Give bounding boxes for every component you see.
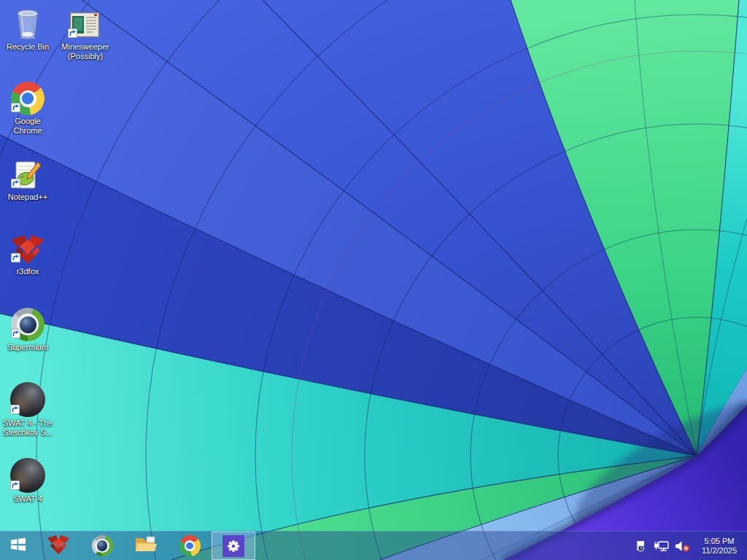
taskbar-chrome-button[interactable]	[168, 532, 212, 560]
supermium-icon	[0, 305, 55, 341]
action-center-flag-icon[interactable]	[635, 540, 648, 552]
shortcut-arrow-icon	[11, 328, 20, 341]
clock-time: 5:05 PM	[696, 537, 743, 546]
desktop-icon-recycle-bin[interactable]: Recycle Bin	[0, 4, 55, 52]
supermium-icon	[92, 535, 113, 556]
r3dfox-icon	[47, 534, 70, 558]
taskbar-supermium-button[interactable]	[80, 532, 124, 560]
desktop-icon-swat4[interactable]: SWAT 4	[0, 456, 55, 504]
taskbar-empty-area	[255, 532, 635, 560]
start-button[interactable]	[0, 532, 36, 560]
gear-icon	[225, 538, 241, 554]
shortcut-arrow-icon	[11, 178, 20, 191]
desktop-icon-google-chrome[interactable]: Google Chrome	[0, 79, 55, 136]
volume-muted-icon[interactable]	[675, 540, 690, 552]
taskbar-settings-button[interactable]	[212, 532, 255, 560]
desktop-icon-label: Recycle Bin	[1, 42, 55, 52]
file-explorer-icon	[134, 535, 158, 557]
windows-start-icon	[9, 537, 27, 554]
taskbar-clock[interactable]: 5:05 PM 11/2/2025	[696, 537, 743, 556]
shortcut-arrow-icon	[10, 480, 20, 493]
chrome-icon	[179, 535, 201, 556]
shortcut-arrow-icon	[11, 252, 20, 265]
notepad-plus-plus-icon	[0, 155, 55, 191]
recycle-bin-icon	[0, 4, 55, 41]
desktop-icon-label: SWAT 4	[1, 494, 55, 504]
minesweeper-icon	[56, 4, 115, 41]
desktop-icon-label: SWAT 4 - The Stetchkov S...	[1, 419, 55, 438]
desktop-icon-r3dfox[interactable]: r3dfox	[0, 229, 55, 276]
desktop-icon-label: Notepad++	[1, 192, 55, 202]
taskbar-r3dfox-button[interactable]	[36, 532, 80, 560]
shortcut-arrow-icon	[10, 404, 20, 417]
desktop-icon-supermium[interactable]: Supermium	[0, 305, 55, 352]
chrome-icon	[0, 79, 55, 115]
settings-tile	[222, 535, 244, 557]
desktop: Recycle Bin Minesweeper (Possibly	[0, 0, 747, 560]
desktop-icon-label: Google Chrome	[1, 117, 55, 136]
swat4-icon	[0, 381, 55, 417]
network-icon[interactable]	[654, 540, 669, 552]
shortcut-arrow-icon	[11, 102, 20, 115]
r3dfox-icon	[0, 229, 55, 265]
taskbar: 5:05 PM 11/2/2025	[0, 531, 747, 560]
desktop-icon-label: r3dfox	[1, 267, 55, 276]
taskbar-file-explorer-button[interactable]	[124, 532, 168, 560]
shortcut-arrow-icon	[68, 28, 77, 41]
desktop-icon-label: Supermium	[1, 343, 55, 352]
wallpaper[interactable]	[0, 0, 747, 560]
clock-date: 11/2/2025	[696, 546, 743, 556]
desktop-icon-notepad-plus-plus[interactable]: Notepad++	[0, 155, 55, 202]
desktop-icon-swat4-stetchkov[interactable]: SWAT 4 - The Stetchkov S...	[0, 381, 55, 438]
swat4-icon	[0, 456, 55, 493]
system-tray: 5:05 PM 11/2/2025	[635, 532, 747, 560]
desktop-icon-label: Minesweeper (Possibly)	[58, 42, 112, 61]
desktop-icon-minesweeper[interactable]: Minesweeper (Possibly)	[56, 4, 115, 61]
